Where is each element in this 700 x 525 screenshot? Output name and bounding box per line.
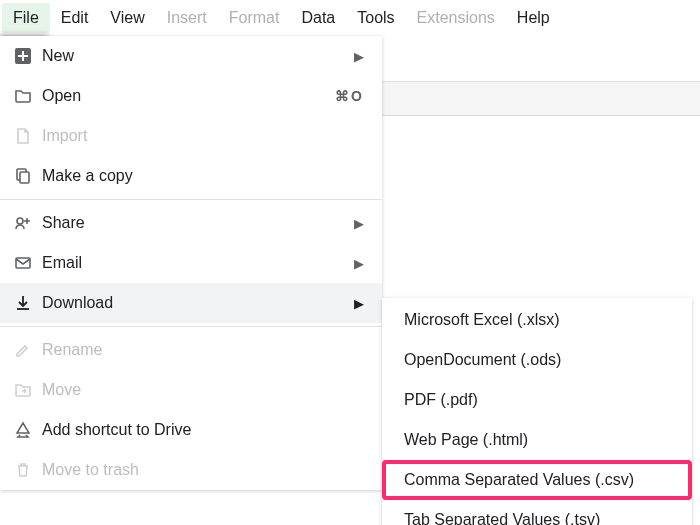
- submenu-item-label: PDF (.pdf): [404, 391, 478, 409]
- formula-bar-area: [382, 36, 700, 82]
- menu-item-label: Download: [42, 294, 354, 312]
- submenu-item-label: Comma Separated Values (.csv): [404, 471, 634, 489]
- rename-icon: [14, 341, 42, 359]
- menu-item-label: Share: [42, 214, 354, 232]
- svg-rect-6: [16, 258, 30, 268]
- menu-tools[interactable]: Tools: [346, 3, 405, 33]
- menu-item-label: Open: [42, 87, 335, 105]
- submenu-item-label: Microsoft Excel (.xlsx): [404, 311, 560, 329]
- svg-point-5: [17, 218, 23, 224]
- svg-rect-2: [18, 55, 28, 57]
- submenu-item-label: Tab Separated Values (.tsv): [404, 511, 600, 525]
- submenu-item-html[interactable]: Web Page (.html): [382, 420, 692, 460]
- submenu-item-label: OpenDocument (.ods): [404, 351, 561, 369]
- menu-item-download[interactable]: Download ▶: [0, 283, 382, 323]
- menu-item-rename: Rename: [0, 330, 382, 370]
- submenu-arrow-icon: ▶: [354, 256, 364, 271]
- menu-item-label: Rename: [42, 341, 364, 359]
- menu-edit[interactable]: Edit: [50, 3, 100, 33]
- email-icon: [14, 254, 42, 272]
- menu-item-email[interactable]: Email ▶: [0, 243, 382, 283]
- menu-item-label: Make a copy: [42, 167, 364, 185]
- copy-icon: [14, 167, 42, 185]
- menu-divider: [0, 326, 382, 327]
- file-menu-dropdown: New ▶ Open ⌘O Import Make a copy Share ▶…: [0, 36, 382, 490]
- document-icon: [14, 127, 42, 145]
- submenu-item-pdf[interactable]: PDF (.pdf): [382, 380, 692, 420]
- menu-file[interactable]: File: [2, 3, 50, 33]
- menu-extensions: Extensions: [406, 3, 506, 33]
- column-headers: [382, 82, 700, 116]
- submenu-arrow-icon: ▶: [354, 296, 364, 311]
- submenu-item-xlsx[interactable]: Microsoft Excel (.xlsx): [382, 300, 692, 340]
- submenu-arrow-icon: ▶: [354, 216, 364, 231]
- keyboard-shortcut: ⌘O: [335, 88, 364, 104]
- menu-item-add-shortcut[interactable]: Add shortcut to Drive: [0, 410, 382, 450]
- submenu-item-csv[interactable]: Comma Separated Values (.csv): [382, 460, 692, 500]
- menu-item-new[interactable]: New ▶: [0, 36, 382, 76]
- menu-item-move-trash: Move to trash: [0, 450, 382, 490]
- trash-icon: [14, 461, 42, 479]
- submenu-arrow-icon: ▶: [354, 49, 364, 64]
- menu-item-label: New: [42, 47, 354, 65]
- menu-item-label: Add shortcut to Drive: [42, 421, 364, 439]
- menu-item-label: Move to trash: [42, 461, 364, 479]
- menu-insert: Insert: [156, 3, 218, 33]
- drive-shortcut-icon: [14, 421, 42, 439]
- folder-icon: [14, 87, 42, 105]
- menu-divider: [0, 199, 382, 200]
- menu-item-make-copy[interactable]: Make a copy: [0, 156, 382, 196]
- menu-item-label: Move: [42, 381, 364, 399]
- menu-item-move: Move: [0, 370, 382, 410]
- menubar: File Edit View Insert Format Data Tools …: [0, 0, 700, 36]
- menu-item-share[interactable]: Share ▶: [0, 203, 382, 243]
- menu-view[interactable]: View: [99, 3, 155, 33]
- move-folder-icon: [14, 381, 42, 399]
- menu-data[interactable]: Data: [290, 3, 346, 33]
- new-icon: [14, 47, 42, 65]
- submenu-item-tsv[interactable]: Tab Separated Values (.tsv): [382, 500, 692, 525]
- submenu-item-label: Web Page (.html): [404, 431, 528, 449]
- menu-item-label: Import: [42, 127, 364, 145]
- download-submenu: Microsoft Excel (.xlsx) OpenDocument (.o…: [382, 298, 692, 525]
- menu-item-label: Email: [42, 254, 354, 272]
- menu-item-open[interactable]: Open ⌘O: [0, 76, 382, 116]
- menu-help[interactable]: Help: [506, 3, 561, 33]
- svg-rect-4: [20, 172, 29, 183]
- menu-item-import: Import: [0, 116, 382, 156]
- share-icon: [14, 214, 42, 232]
- submenu-item-ods[interactable]: OpenDocument (.ods): [382, 340, 692, 380]
- download-icon: [14, 294, 42, 312]
- menu-format: Format: [218, 3, 291, 33]
